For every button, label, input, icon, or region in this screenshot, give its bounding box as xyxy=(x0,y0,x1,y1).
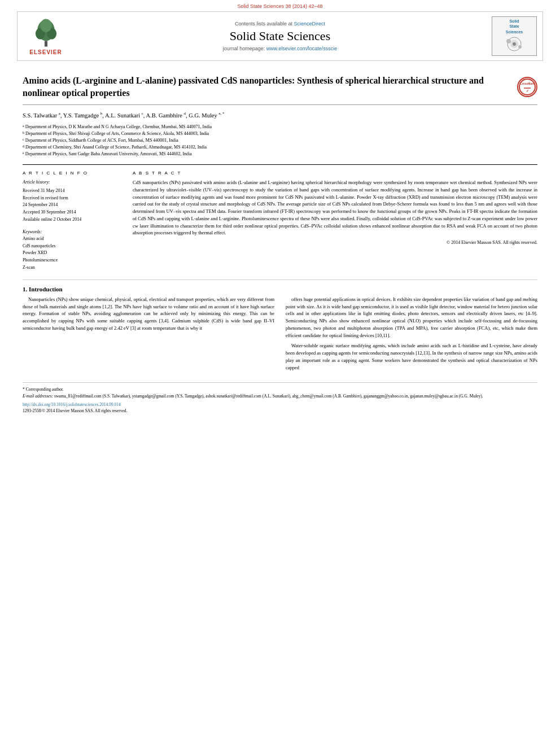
svg-point-4 xyxy=(40,19,51,32)
contents-line: Contents lists available at ScienceDirec… xyxy=(68,21,492,27)
affiliations-section: aDepartment of Physics, D K Marathe and … xyxy=(23,124,537,158)
journal-header-center: Contents lists available at ScienceDirec… xyxy=(68,21,492,51)
homepage-line: journal homepage: www.elsevier.com/locat… xyxy=(68,46,492,51)
keyword-4: Photoluminescence xyxy=(23,257,121,264)
keywords-label: Keywords: xyxy=(23,229,121,234)
introduction-section: 1. Introduction Nanoparticles (NPs) show… xyxy=(23,279,537,375)
article-body: A R T I C L E I N F O Article history: R… xyxy=(23,164,537,272)
intro-left-col: Nanoparticles (NPs) show unique chemical… xyxy=(23,296,274,375)
keywords-list: Amino acid CdS nanoparticles Powder XRD … xyxy=(23,235,121,272)
keyword-5: Z-scan xyxy=(23,264,121,272)
abstract-text: CdS nanoparticles (NPs) passivated with … xyxy=(133,179,537,237)
introduction-two-col: Nanoparticles (NPs) show unique chemical… xyxy=(23,296,537,375)
intro-right-col: offers huge potential applications in op… xyxy=(286,296,537,375)
elsevier-tree-icon xyxy=(30,17,62,48)
svg-text:CrossMark: CrossMark xyxy=(520,82,535,85)
affiliation-b-text: Department of Physics, Shri Shivaji Coll… xyxy=(25,130,209,137)
journal-reference: Solid State Sciences 38 (2014) 42–48 xyxy=(0,0,560,11)
page: { "topbar": { "journal_ref": "Solid Stat… xyxy=(0,0,560,747)
contents-text: Contents lists available at xyxy=(235,21,292,27)
authors-section: S.S. Talwatkar a, Y.S. Tamgadge b, A.L. … xyxy=(23,111,537,120)
issn-line: 1293-2558/© 2014 Elsevier Masson SAS. Al… xyxy=(23,408,537,414)
intro-para-2: offers huge potential applications in op… xyxy=(286,296,537,372)
journal-name: Solid State Sciences xyxy=(68,29,492,43)
introduction-heading: 1. Introduction xyxy=(23,286,537,292)
footnote-section: * Corresponding author. E-mail addresses… xyxy=(23,382,537,414)
received-date: Received 31 May 2014 xyxy=(23,187,121,195)
available-online: Available online 2 October 2014 xyxy=(23,216,121,224)
doi-line[interactable]: http://dx.doi.org/10.1016/j.solidstatesc… xyxy=(23,401,537,408)
elsevier-brand-text: ELSEVIER xyxy=(29,49,62,55)
article-info-label: A R T I C L E I N F O xyxy=(23,171,121,176)
intro-para-2-text: offers huge potential applications in op… xyxy=(286,296,537,339)
crossmark-badge[interactable]: CrossMark ✓ xyxy=(517,77,537,97)
affiliation-c-text: Department of Physics, Siddharth College… xyxy=(25,137,178,144)
affiliation-d: dDepartment of Chemistry, Shri Anand Col… xyxy=(23,144,537,151)
svg-point-9 xyxy=(518,45,522,49)
email-values: swama_81@rediffmail.com (S.S. Talwatkar)… xyxy=(54,394,483,399)
title-section: Amino acids (L-arginine and L-alanine) p… xyxy=(23,75,537,105)
homepage-text: journal homepage: xyxy=(223,46,265,51)
elsevier-logo: ELSEVIER xyxy=(23,17,68,55)
email-label: E-mail addresses: xyxy=(23,394,53,399)
intro-para-1-text: Nanoparticles (NPs) show unique chemical… xyxy=(23,296,274,332)
paper-title-text: Amino acids (L-arginine and L-alanine) p… xyxy=(23,76,484,98)
intro-para-1: Nanoparticles (NPs) show unique chemical… xyxy=(23,296,274,332)
journal-cover-logo: Solid State Sciences xyxy=(492,16,537,56)
affiliation-e: eDepartment of Physics, Sant Gadge Baba … xyxy=(23,151,537,158)
keywords-section: Keywords: Amino acid CdS nanoparticles P… xyxy=(23,229,121,272)
email-addresses: E-mail addresses: swama_81@rediffmail.co… xyxy=(23,393,537,399)
corresponding-author: * Corresponding author. xyxy=(23,386,537,392)
svg-point-7 xyxy=(513,42,516,46)
svg-point-8 xyxy=(506,39,511,43)
abstract-column: A B S T R A C T CdS nanoparticles (NPs) … xyxy=(133,171,537,272)
article-history: Article history: Received 31 May 2014 Re… xyxy=(23,179,121,224)
svg-text:✓: ✓ xyxy=(526,89,529,93)
affiliation-a: aDepartment of Physics, D K Marathe and … xyxy=(23,124,537,130)
keyword-2: CdS nanoparticles xyxy=(23,243,121,250)
accepted-date: Accepted 30 September 2014 xyxy=(23,209,121,216)
affiliation-a-text: Department of Physics, D K Marathe and N… xyxy=(25,124,212,130)
main-content: Amino acids (L-arginine and L-alanine) p… xyxy=(0,61,560,425)
intro-para-3-text: Water-soluble organic surface modifying … xyxy=(286,342,537,371)
received-revised-label: Received in revised form xyxy=(23,195,121,202)
paper-title: Amino acids (L-arginine and L-alanine) p… xyxy=(23,75,517,100)
received-revised-date: 24 September 2014 xyxy=(23,202,121,209)
copyright-line: © 2014 Elsevier Masson SAS. All rights r… xyxy=(133,240,537,245)
keyword-3: Powder XRD xyxy=(23,250,121,257)
svg-rect-0 xyxy=(44,41,47,46)
journal-ref-text: Solid State Sciences 38 (2014) 42–48 xyxy=(237,3,322,9)
keyword-1: Amino acid xyxy=(23,235,121,243)
keywords-label-text: Keywords: xyxy=(23,229,42,234)
history-label: Article history: xyxy=(23,179,121,186)
abstract-body: CdS nanoparticles (NPs) passivated with … xyxy=(133,179,537,237)
affiliation-b: bDepartment of Physics, Shri Shivaji Col… xyxy=(23,130,537,137)
science-direct-link[interactable]: ScienceDirect xyxy=(294,21,326,27)
journal-header: ELSEVIER Contents lists available at Sci… xyxy=(17,11,543,61)
affiliation-c: cDepartment of Physics, Siddharth Colleg… xyxy=(23,137,537,144)
article-info-column: A R T I C L E I N F O Article history: R… xyxy=(23,171,121,272)
doi-link[interactable]: http://dx.doi.org/10.1016/j.solidstatesc… xyxy=(23,402,121,407)
affiliation-d-text: Department of Chemistry, Shri Anand Coll… xyxy=(25,144,207,151)
abstract-label: A B S T R A C T xyxy=(133,171,537,176)
homepage-link[interactable]: www.elsevier.com/locate/ssscie xyxy=(266,46,338,51)
affiliation-e-text: Department of Physics, Sant Gadge Baba A… xyxy=(25,151,192,158)
